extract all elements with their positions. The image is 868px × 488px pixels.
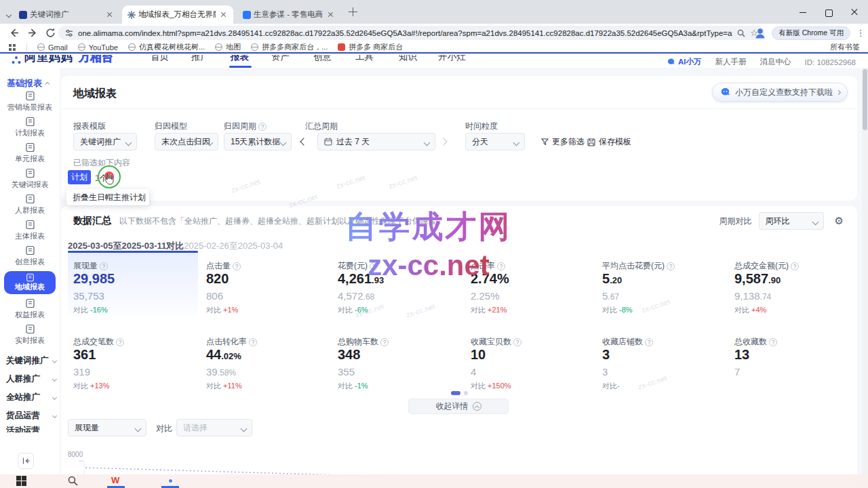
sidebar-item-subject-report[interactable]: 主体报表: [3, 220, 57, 241]
bookmark-item[interactable]: Gmail: [37, 43, 68, 52]
granularity-select[interactable]: 分天: [465, 133, 525, 150]
ai-xiaowan-button[interactable]: AI小万: [667, 57, 702, 67]
nav-item-home[interactable]: 首页: [151, 55, 169, 63]
carousel-dots[interactable]: [61, 388, 857, 397]
stat-card-impressions[interactable]: 展现量 29,985 35,753 对比 -16%: [68, 251, 198, 317]
attribution-period-select[interactable]: 15天累计数据: [224, 133, 292, 150]
sidebar-item-rights-report[interactable]: 权益报表: [3, 298, 57, 320]
window-close-button[interactable]: [850, 8, 859, 16]
xiaowan-promo-button[interactable]: 小万自定义查数支持下载啦: [712, 83, 848, 102]
plan-filter-chip[interactable]: 计划: [68, 170, 91, 184]
window-maximize-button[interactable]: [825, 8, 833, 16]
nav-item-extra[interactable]: 开小灶: [438, 55, 466, 63]
help-icon[interactable]: [370, 262, 378, 270]
tab-close-icon[interactable]: [218, 10, 228, 20]
apps-grid-icon[interactable]: [8, 43, 16, 52]
bookmark-item[interactable]: 仿真樱花树桃花树...: [128, 42, 205, 52]
stat-card-avg-cpc[interactable]: 平均点击花费(元) 5.20 5.67 对比 -8%: [597, 251, 727, 317]
sidebar-item-audience-report[interactable]: 人群报表: [3, 194, 57, 216]
sidebar-collapse-button[interactable]: [18, 453, 34, 469]
gear-icon[interactable]: ⚙: [835, 215, 844, 227]
bookmark-item[interactable]: 拼多多商家后台，...: [251, 42, 328, 52]
nav-item-knowledge[interactable]: 知识: [399, 55, 417, 63]
browser-menu-icon[interactable]: ⋮: [856, 28, 865, 38]
help-icon[interactable]: [667, 262, 675, 270]
sidebar-section-activity-ops-clipped[interactable]: 活动运营: [6, 425, 56, 432]
stat-card-shop-favorites[interactable]: 收藏店铺数 3 3 对比-: [597, 327, 727, 393]
help-icon[interactable]: [769, 338, 777, 346]
bookmark-item[interactable]: 地图: [215, 42, 241, 52]
date-range-select[interactable]: 过去 7 天: [317, 133, 435, 150]
help-icon[interactable]: [497, 262, 505, 270]
help-icon[interactable]: [645, 338, 653, 346]
sidebar-item-plan-report[interactable]: 计划报表: [3, 117, 57, 138]
sidebar-section-sitewide-promo[interactable]: 全站推广: [6, 392, 56, 403]
nav-item-tools[interactable]: 工具: [355, 55, 374, 63]
sidebar-item-realtime-report[interactable]: 实时报表: [3, 324, 57, 346]
carousel-dot[interactable]: [464, 391, 468, 395]
page-scrollbar[interactable]: [862, 68, 868, 488]
sidebar-item-unit-report[interactable]: 单元报表: [3, 142, 57, 164]
stat-card-cvr[interactable]: 点击转化率 44.02% 39.58% 对比 +11%: [201, 327, 331, 393]
stat-card-total-favorites[interactable]: 总收藏数 13 7: [729, 327, 859, 393]
stat-card-carts[interactable]: 总购物车数 348 355 对比 -1%: [332, 327, 462, 393]
window-minimize-button[interactable]: [799, 8, 807, 16]
bookmark-item[interactable]: 拼多多 商家后台: [338, 42, 403, 52]
help-icon[interactable]: [116, 338, 124, 346]
help-icon[interactable]: [100, 262, 108, 270]
sidebar-item-region-report-active[interactable]: 地域报表: [4, 271, 56, 294]
sidebar-section-basic-reports[interactable]: 基础报表: [7, 77, 50, 89]
tab-close-icon[interactable]: [326, 10, 335, 20]
date-prev-arrow[interactable]: [300, 138, 307, 145]
stat-card-item-favorites[interactable]: 收藏宝贝数 10 4 对比 +150%: [465, 327, 595, 393]
help-icon[interactable]: [380, 338, 389, 346]
sidebar-section-goods-ops[interactable]: 货品运营: [6, 410, 56, 422]
nav-item-asset[interactable]: 资产: [271, 55, 290, 63]
chrome-update-chip[interactable]: 有新版 Chrome 可用: [772, 26, 850, 40]
stat-card-clicks[interactable]: 点击量 820 806 对比 +1%: [201, 251, 331, 317]
sidebar-item-creative-report[interactable]: 创意报表: [3, 245, 57, 267]
sidebar-section-audience-promo[interactable]: 人群推广: [6, 373, 56, 385]
help-icon[interactable]: [258, 123, 267, 131]
sidebar-item-marketing-scene-report[interactable]: 营销场景报表: [3, 91, 57, 113]
tab-close-icon[interactable]: [104, 10, 114, 20]
carousel-dot-active[interactable]: [451, 391, 460, 395]
collapse-details-button[interactable]: 收起详情: [408, 399, 509, 414]
browser-tab[interactable]: 生意参谋 - 零售电商大数据产...: [237, 5, 340, 24]
message-center-link[interactable]: 消息中心: [760, 57, 791, 67]
help-icon[interactable]: [791, 262, 799, 270]
profile-avatar-icon[interactable]: [754, 27, 766, 39]
browser-tab[interactable]: 关键词推广: [14, 5, 119, 24]
all-bookmarks-button[interactable]: 所有书签: [830, 42, 860, 52]
stat-card-orders[interactable]: 总成交笔数 361 319 对比 +13%: [68, 327, 198, 393]
attribution-model-select[interactable]: 末次点击归因: [155, 133, 218, 150]
sidebar-item-keyword-report[interactable]: 关键词报表: [3, 168, 57, 190]
new-tab-button[interactable]: [349, 7, 357, 16]
template-select[interactable]: 关键词推广: [73, 133, 137, 150]
site-settings-icon[interactable]: [65, 29, 73, 37]
browser-tab-active[interactable]: 地域报表_万相台无界版: [122, 5, 233, 24]
more-filters-button[interactable]: 更多筛选: [541, 136, 585, 148]
stat-card-gmv[interactable]: 总成交金额(元) 9,587.90 9,138.74 对比 +4%: [729, 251, 859, 317]
address-bar[interactable]: one.alimama.com/index.html?spm=a21dvs.28…: [58, 26, 765, 40]
chart-metric-select[interactable]: 展现量: [68, 419, 146, 436]
help-icon[interactable]: [513, 338, 521, 346]
chart-compare-select[interactable]: 请选择: [176, 419, 252, 436]
taskbar-search-icon[interactable]: [68, 476, 78, 486]
stat-card-ctr[interactable]: 点击率 2.74% 2.25% 对比 +21%: [465, 251, 595, 317]
scrollbar-thumb[interactable]: [863, 69, 867, 130]
refresh-icon[interactable]: [45, 27, 56, 39]
bookmark-item[interactable]: YouTube: [78, 43, 118, 52]
help-icon[interactable]: [249, 338, 257, 346]
tab-search-icon[interactable]: [7, 9, 12, 15]
zoom-icon[interactable]: [737, 29, 745, 37]
sidebar-section-keyword-promo[interactable]: 关键词推广: [6, 355, 56, 367]
help-icon[interactable]: [233, 262, 241, 270]
period-compare-select[interactable]: 周环比: [759, 212, 824, 230]
newbie-guide-link[interactable]: 新人手册: [715, 57, 747, 67]
save-template-button[interactable]: 保存模板: [587, 136, 631, 148]
date-next-arrow[interactable]: [439, 138, 447, 145]
stat-card-cost[interactable]: 花费(元) 4,261.93 4,572.68 对比 -6%: [332, 251, 462, 317]
forward-icon[interactable]: [27, 27, 39, 39]
wps-taskbar-icon[interactable]: W: [111, 475, 119, 485]
